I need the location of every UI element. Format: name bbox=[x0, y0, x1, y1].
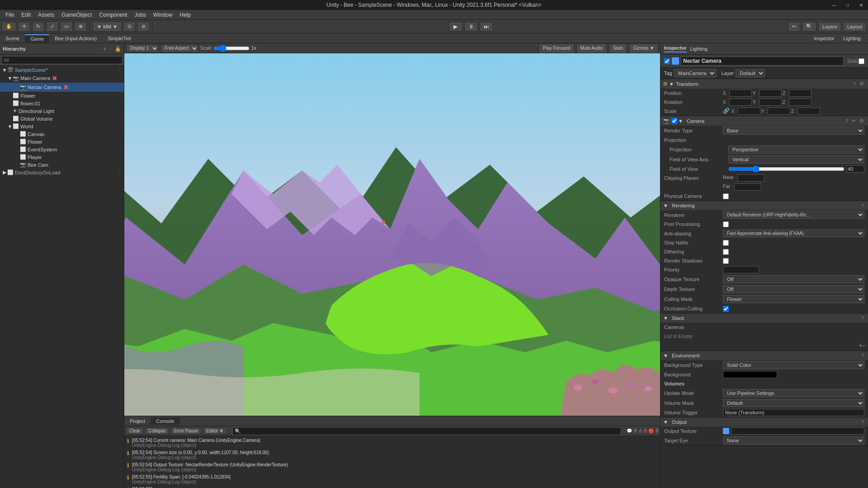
opaque-texture-select[interactable]: Off bbox=[723, 275, 864, 283]
toolbar-undo[interactable]: ↩ bbox=[788, 22, 800, 32]
menu-assets[interactable]: Assets bbox=[34, 11, 58, 19]
toolbar-hand-tool[interactable]: ✋ bbox=[2, 22, 16, 32]
toolbar-toggle2[interactable]: ⊘ bbox=[137, 22, 150, 32]
stack-add-btn[interactable]: + bbox=[859, 342, 863, 350]
rendering-info-btn[interactable]: ? bbox=[860, 202, 865, 209]
background-color-swatch[interactable] bbox=[723, 371, 777, 378]
collapse-btn[interactable]: Collapse bbox=[145, 427, 169, 434]
render-type-select[interactable]: Base bbox=[723, 127, 864, 135]
tab-game[interactable]: Game bbox=[25, 34, 49, 42]
hier-dontdestroy-menu[interactable]: ⋮ bbox=[118, 170, 122, 175]
menu-component[interactable]: Component bbox=[95, 11, 131, 19]
play-button[interactable]: ▶ bbox=[449, 22, 462, 32]
camera-enabled-checkbox[interactable] bbox=[671, 118, 677, 124]
clear-btn[interactable]: Clear bbox=[126, 427, 143, 434]
culling-mask-select[interactable]: Flower bbox=[723, 295, 864, 303]
hier-item-global-volume[interactable]: ⬜ Global Volume bbox=[0, 115, 124, 122]
scale-lock-icon[interactable]: 🔗 bbox=[723, 108, 730, 115]
occlusion-culling-checkbox[interactable] bbox=[723, 306, 729, 312]
hier-item-main-camera[interactable]: ▼ 📷 Main Camera ✖ bbox=[0, 74, 124, 83]
priority-input[interactable]: -1 bbox=[723, 266, 759, 273]
aspect-select[interactable]: Free Aspect bbox=[160, 44, 198, 52]
tab-simple-tint[interactable]: SimpleTint bbox=[102, 35, 137, 42]
hier-item-flower-1[interactable]: ⬜ Flower bbox=[0, 92, 124, 99]
fov-axis-select[interactable]: Vertical bbox=[728, 155, 864, 164]
rotation-x-input[interactable]: 0 bbox=[729, 99, 752, 106]
rotation-z-input[interactable]: 0 bbox=[789, 99, 811, 106]
output-info-btn[interactable]: ? bbox=[860, 419, 865, 425]
layer-select[interactable]: Default bbox=[736, 69, 765, 77]
environment-info-btn[interactable]: ? bbox=[860, 352, 865, 359]
toolbar-layers[interactable]: Layers bbox=[818, 22, 841, 32]
minimize-button[interactable]: — bbox=[827, 0, 841, 10]
stack-header[interactable]: ▼ Stack ? bbox=[660, 314, 868, 323]
rotation-y-input[interactable]: 0 bbox=[759, 99, 782, 106]
rendering-header[interactable]: ▼ Rendering ? bbox=[660, 201, 868, 210]
transform-info-btn[interactable]: ? bbox=[852, 80, 857, 87]
toolbar-layout[interactable]: Layout bbox=[843, 22, 866, 32]
object-name-input[interactable] bbox=[681, 56, 844, 66]
output-header[interactable]: ▼ Output ? bbox=[660, 418, 868, 427]
hier-item-flower-world[interactable]: ⬜ Flower bbox=[0, 138, 124, 145]
hier-item-player[interactable]: ⬜ Player bbox=[0, 153, 124, 161]
physical-checkbox[interactable] bbox=[723, 193, 729, 199]
viewport[interactable] bbox=[124, 53, 660, 416]
tab-console[interactable]: Console bbox=[151, 418, 179, 425]
camera-info-btn[interactable]: ? bbox=[844, 117, 849, 124]
hier-item-world[interactable]: ▼ ⬜ World bbox=[0, 122, 124, 130]
camera-settings-btn[interactable]: ⚙ bbox=[858, 117, 865, 124]
inspector-tab-btn[interactable]: Inspector bbox=[664, 45, 687, 52]
hier-item-directional-light[interactable]: ☀ Directional Light bbox=[0, 107, 124, 115]
hier-item-dontdestroy[interactable]: ▶ ⬜ DontDestroyOnLoad ⋮ bbox=[0, 169, 124, 176]
volume-trigger-input[interactable] bbox=[723, 409, 864, 416]
transform-header[interactable]: ⊞ ▼ Transform ? ⚙ bbox=[660, 79, 868, 89]
toolbar-toggle1[interactable]: ⊙ bbox=[123, 22, 136, 32]
environment-header[interactable]: ▼ Environment ? bbox=[660, 351, 868, 360]
hierarchy-add-btn[interactable]: + bbox=[103, 45, 107, 52]
stats-btn[interactable]: Stats bbox=[609, 43, 627, 53]
hier-item-canvas[interactable]: ⬜ Canvas bbox=[0, 130, 124, 138]
far-input[interactable]: 5000 bbox=[734, 183, 761, 191]
bg-type-select[interactable]: Solid Color bbox=[723, 361, 864, 369]
scale-slider[interactable] bbox=[213, 45, 250, 52]
transform-settings-btn[interactable]: ⚙ bbox=[858, 80, 865, 87]
toolbar-rect-tool[interactable]: ▭ bbox=[60, 22, 73, 32]
post-processing-checkbox[interactable] bbox=[723, 221, 729, 227]
hierarchy-lock-btn[interactable]: 🔓 bbox=[115, 46, 121, 52]
stop-nans-checkbox[interactable] bbox=[723, 240, 729, 246]
position-z-input[interactable]: 0 bbox=[789, 89, 811, 97]
stack-info-btn[interactable]: ? bbox=[860, 315, 865, 321]
render-shadows-checkbox[interactable] bbox=[723, 258, 729, 264]
menu-edit[interactable]: Edit bbox=[18, 11, 34, 19]
toolbar-scale-tool[interactable]: ⤢ bbox=[46, 22, 58, 32]
toolbar-transform-tool[interactable]: ⊕ bbox=[75, 22, 87, 32]
output-texture-input[interactable]: NectarRenderTexture bbox=[731, 427, 864, 435]
hierarchy-search-input[interactable] bbox=[1, 56, 123, 64]
renderer-select[interactable]: Default Renderer (URP-HighFidelity-Re... bbox=[723, 211, 864, 219]
camera-edit-btn[interactable]: ✏ bbox=[850, 117, 857, 124]
hierarchy-menu-btn[interactable]: ⋮ bbox=[108, 47, 113, 52]
hier-item-nectar-camera[interactable]: 📷 Nectar Camera ✖ bbox=[0, 83, 124, 92]
menu-window[interactable]: Window bbox=[150, 11, 176, 19]
target-eye-select[interactable]: None bbox=[723, 436, 864, 445]
volume-mask-select[interactable]: Default bbox=[723, 399, 864, 407]
tab-scene[interactable]: Scene bbox=[0, 35, 25, 42]
near-input[interactable]: 0.1 bbox=[737, 174, 764, 182]
projection-select[interactable]: Perspective bbox=[728, 145, 864, 154]
toolbar-search[interactable]: 🔍 bbox=[802, 22, 816, 32]
scale-z-input[interactable]: 1 bbox=[797, 108, 820, 115]
hier-item-menu[interactable]: ⋮ bbox=[118, 67, 122, 72]
step-button[interactable]: ⏭ bbox=[480, 22, 493, 32]
menu-help[interactable]: Help bbox=[176, 11, 195, 19]
inspector-tab[interactable]: Inspector bbox=[810, 35, 838, 42]
hier-item-eventsystem[interactable]: ⬜ EventSystem bbox=[0, 145, 124, 153]
position-x-input[interactable]: 0 bbox=[729, 89, 752, 97]
error-pause-btn[interactable]: Error Pause bbox=[171, 427, 201, 434]
hier-item-bee-cam[interactable]: 📷 Bee Cam bbox=[0, 161, 124, 169]
menu-file[interactable]: File bbox=[2, 11, 18, 19]
scale-x-input[interactable]: 1 bbox=[738, 108, 760, 115]
camera-header[interactable]: 📷 ▼ Camera ? ✏ ⚙ bbox=[660, 116, 868, 126]
fov-input[interactable] bbox=[846, 165, 864, 173]
mute-btn[interactable]: Mute Audio bbox=[576, 43, 607, 53]
update-mode-select[interactable]: Use Pipeline Settings bbox=[723, 389, 864, 397]
